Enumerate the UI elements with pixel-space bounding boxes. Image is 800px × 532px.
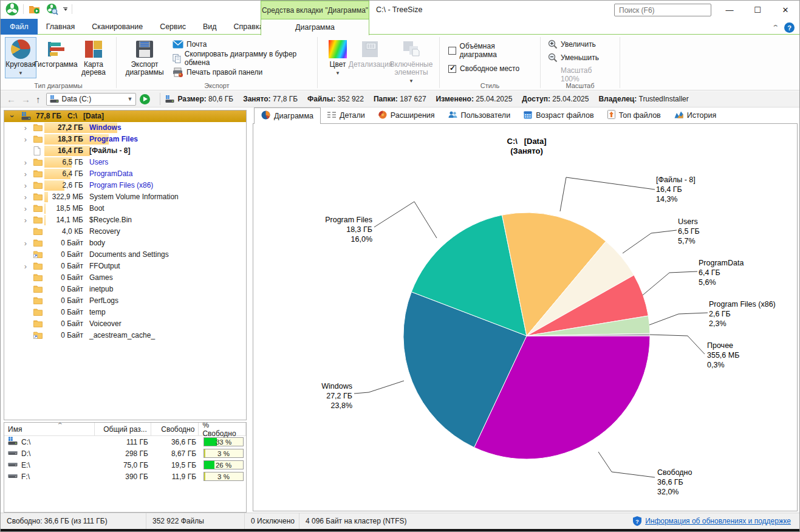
tree-row-root[interactable]: ›77,8 ГБC:\[Data] <box>4 111 246 122</box>
tree-row[interactable]: 0 Байтinetpub <box>4 284 246 295</box>
view-tab-list[interactable]: Детали <box>321 107 372 123</box>
up-icon[interactable]: ↑ <box>36 94 41 104</box>
ribbon-tab-bar: Файл Главная Сканирование Сервис Вид Спр… <box>1 19 799 35</box>
tree-row[interactable]: ›0 Байтbody <box>4 237 246 249</box>
tree-row[interactable]: 0 БайтDocuments and Settings <box>4 249 246 261</box>
tree-row[interactable]: ›27,2 ГБWindows <box>4 122 246 134</box>
drive-row[interactable]: D:\298 ГБ8,67 ГБ3 % <box>4 448 246 459</box>
tree-name: Voiceover <box>89 318 121 330</box>
tree-row[interactable]: ›322,9 МБSystem Volume Information <box>4 191 246 203</box>
column-header[interactable]: Свободно <box>151 423 199 436</box>
tree-row[interactable]: ›18,5 МБBoot <box>4 203 246 214</box>
view-tab-users[interactable]: Пользователи <box>442 107 518 123</box>
checkbox-3d-chart[interactable]: Объёмная диаграмма <box>448 42 532 59</box>
help-icon[interactable]: ? <box>784 22 795 33</box>
slice-label: ProgramData6,4 ГБ5,6% <box>699 259 744 287</box>
scan-search-icon[interactable] <box>46 2 59 16</box>
treemap-button[interactable]: Карта дерева <box>75 37 112 78</box>
zoom-in-button[interactable]: Увеличить <box>548 39 612 49</box>
tree-size: 18,5 МБ <box>41 203 83 214</box>
tree-name: Boot <box>89 203 104 214</box>
maximize-button[interactable]: ☐ <box>744 1 771 19</box>
search-input[interactable] <box>619 6 713 15</box>
column-header[interactable]: Имя <box>4 423 95 436</box>
tab-tools[interactable]: Сервис <box>151 19 194 35</box>
expand-icon[interactable]: › <box>22 122 29 134</box>
forward-icon[interactable]: → <box>21 94 30 104</box>
color-button[interactable]: Цвет▼ <box>322 37 354 78</box>
expand-icon[interactable]: › <box>22 191 29 203</box>
drive-total: 75,0 ГБ <box>95 461 152 469</box>
tree-row[interactable]: ›2,6 ГБProgram Files (x86) <box>4 180 246 191</box>
free-percent-bar: 3 % <box>203 472 244 481</box>
expand-icon[interactable]: › <box>22 157 29 168</box>
drive-row[interactable]: C:\111 ГБ36,6 ГБ33 % <box>4 436 246 448</box>
status-free-space: Свободно: 36,6 ГБ (из 111 ГБ) <box>1 513 146 530</box>
view-tab-ext[interactable]: Расширения <box>372 107 442 123</box>
tab-home[interactable]: Главная <box>38 19 84 35</box>
drive-free: 8,67 ГБ <box>152 449 200 458</box>
drives-table-header[interactable]: ИмяОбщий раз...Свободно% Свободно⌃ <box>4 423 246 436</box>
export-chart-button[interactable]: Экспорт диаграммы <box>121 37 168 78</box>
expand-icon[interactable]: › <box>22 237 29 249</box>
checkbox-free-space[interactable]: Свободное место <box>448 64 532 73</box>
pie-chart[interactable]: C:\ [Data](Занято)Свободно36,6 ГБ32,0%Wi… <box>253 124 797 511</box>
drive-row[interactable]: F:\390 ГБ11,9 ГБ3 % <box>4 471 246 482</box>
included-elements-icon <box>401 39 422 59</box>
drive-row[interactable]: E:\75,0 ГБ19,5 ГБ26 % <box>4 459 246 471</box>
expand-icon[interactable]: › <box>22 134 29 145</box>
tree-row[interactable]: 4,0 КБRecovery <box>4 226 246 237</box>
mail-button[interactable]: Почта <box>173 38 313 50</box>
pie-chart-icon <box>10 39 31 59</box>
tree-row[interactable]: ›0 БайтFFOutput <box>4 261 246 272</box>
tree-row[interactable]: ›6,4 ГБProgramData <box>4 168 246 180</box>
view-tab-top[interactable]: Топ файлов <box>601 107 668 123</box>
view-tab-pie[interactable]: Диаграмма <box>254 107 321 124</box>
column-header[interactable]: % Свободно <box>199 423 246 436</box>
view-tab-age[interactable]: Возраст файлов <box>517 107 600 123</box>
collapse-ribbon-icon[interactable]: ⌃ <box>771 24 779 32</box>
copy-chart-button[interactable]: Скопировать диаграмму в буфер обмена <box>173 52 313 64</box>
tab-scan[interactable]: Сканирование <box>83 19 151 35</box>
minimize-button[interactable]: — <box>716 1 744 19</box>
tab-chart-active[interactable]: Диаграмма <box>261 19 369 35</box>
pie-chart-button[interactable]: Круговая▼ <box>5 37 36 78</box>
tab-view[interactable]: Вид <box>194 19 225 35</box>
tree-row[interactable]: 0 Байт_acestream_cache_ <box>4 330 246 341</box>
scan-folder-icon[interactable] <box>28 2 41 16</box>
expand-icon[interactable]: › <box>22 261 29 272</box>
stat-item: Владелец: TrustedInstaller <box>598 95 688 103</box>
stat-item: Папки: 187 627 <box>374 95 426 103</box>
column-header[interactable]: Общий раз... <box>95 423 151 436</box>
expand-icon[interactable]: › <box>22 214 29 226</box>
tree-row[interactable]: ›14,1 МБ$Recycle.Bin <box>4 214 246 226</box>
path-combobox[interactable]: Data (C:) ▼ <box>46 93 136 106</box>
tree-row[interactable]: ›6,5 ГБUsers <box>4 157 246 168</box>
tree-size: 0 Байт <box>41 272 83 284</box>
search-box[interactable] <box>614 4 711 16</box>
close-button[interactable]: ✕ <box>771 1 799 19</box>
tree-row[interactable]: 0 Байтtemp <box>4 307 246 318</box>
tree-row[interactable]: 0 БайтGames <box>4 272 246 284</box>
ribbon: Круговая▼ Гистограмма Карта дерева Тип д… <box>1 35 799 90</box>
tree-row[interactable]: 0 БайтPerfLogs <box>4 295 246 307</box>
chevron-down-icon[interactable]: ▼ <box>128 96 133 102</box>
collapse-icon[interactable]: › <box>7 114 18 120</box>
bar-chart-button[interactable]: Гистограмма <box>38 37 74 70</box>
tree-size: 6,5 ГБ <box>41 157 83 168</box>
tree-row[interactable]: ›18,3 ГБProgram Files <box>4 134 246 145</box>
back-icon[interactable]: ← <box>7 94 16 104</box>
tree-row[interactable]: 0 БайтVoiceover <box>4 318 246 330</box>
expand-icon[interactable]: › <box>22 180 29 191</box>
expand-icon[interactable]: › <box>22 203 29 214</box>
tree-row[interactable]: 16,4 ГБ[Файлы - 8] <box>4 145 246 157</box>
zoom-out-button[interactable]: Уменьшить <box>548 53 612 63</box>
start-scan-button[interactable] <box>140 94 150 104</box>
view-tab-hist[interactable]: История <box>668 107 723 123</box>
update-info-link[interactable]: ? Информация об обновлениях и поддержке <box>633 516 799 526</box>
customize-toolbar-chevron-icon[interactable] <box>63 7 67 11</box>
tab-file[interactable]: Файл <box>1 19 38 35</box>
expand-icon[interactable]: › <box>22 168 29 180</box>
status-cluster-size: 4 096 Байт на кластер (NTFS) <box>299 513 413 530</box>
print-right-panel-button[interactable]: Печать правой панели <box>173 66 313 78</box>
